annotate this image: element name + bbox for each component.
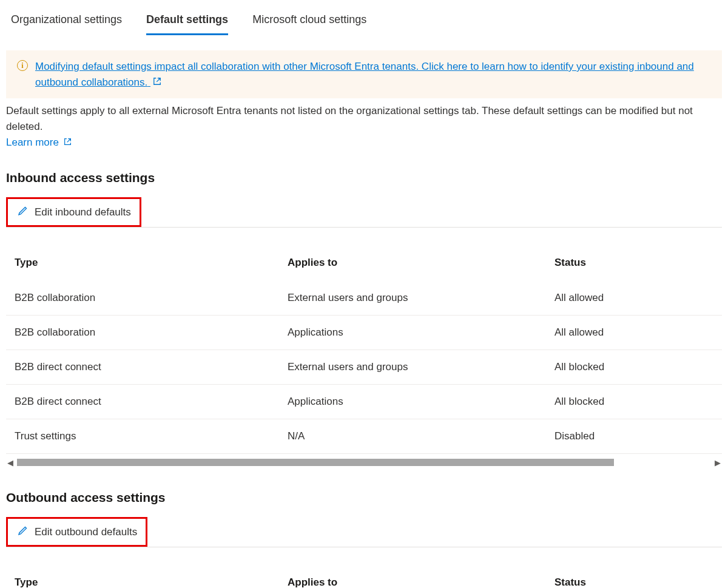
- table-row: Trust settings N/A Disabled: [6, 419, 722, 454]
- horizontal-scrollbar[interactable]: ◀ ▶: [6, 456, 722, 468]
- edit-inbound-defaults-button[interactable]: Edit inbound defaults: [6, 197, 141, 227]
- cell-applies: Applications: [288, 326, 554, 339]
- cell-type: B2B collaboration: [15, 326, 288, 339]
- table-row: B2B direct connect External users and gr…: [6, 350, 722, 385]
- cell-applies: External users and groups: [288, 292, 554, 304]
- col-status[interactable]: Status: [554, 576, 713, 588]
- info-banner-text: Modifying default settings impact all co…: [35, 61, 694, 88]
- external-link-icon: [153, 76, 161, 89]
- col-applies[interactable]: Applies to: [288, 576, 554, 588]
- description-text: Default settings apply to all external M…: [6, 103, 722, 134]
- inbound-table: Type Applies to Status B2B collaboration…: [6, 245, 722, 454]
- external-link-icon: [64, 138, 72, 147]
- col-status[interactable]: Status: [554, 257, 713, 269]
- cell-status: All allowed: [554, 326, 713, 339]
- col-type[interactable]: Type: [15, 257, 288, 269]
- col-type[interactable]: Type: [15, 576, 288, 588]
- edit-outbound-defaults-button[interactable]: Edit outbound defaults: [6, 517, 147, 547]
- inbound-table-header: Type Applies to Status: [6, 245, 722, 281]
- outbound-table-header: Type Applies to Status: [6, 564, 722, 588]
- scroll-track[interactable]: [17, 459, 711, 466]
- tabs-bar: Organizational settings Default settings…: [6, 6, 722, 36]
- scroll-thumb[interactable]: [17, 459, 614, 466]
- tab-microsoft-cloud-settings[interactable]: Microsoft cloud settings: [252, 13, 366, 35]
- tab-default-settings[interactable]: Default settings: [146, 13, 228, 35]
- edit-outbound-label: Edit outbound defaults: [35, 526, 137, 538]
- edit-inbound-label: Edit inbound defaults: [35, 206, 131, 218]
- cell-status: All blocked: [554, 361, 713, 373]
- outbound-table: Type Applies to Status: [6, 564, 722, 588]
- info-banner: i Modifying default settings impact all …: [6, 50, 722, 98]
- cell-status: All blocked: [554, 396, 713, 408]
- learn-more-label: Learn more: [6, 137, 59, 149]
- cell-type: B2B collaboration: [15, 292, 288, 304]
- tab-organizational-settings[interactable]: Organizational settings: [11, 13, 122, 35]
- table-row: B2B collaboration External users and gro…: [6, 281, 722, 316]
- info-icon: i: [17, 60, 28, 71]
- cell-status: Disabled: [554, 430, 713, 442]
- cell-type: Trust settings: [15, 430, 288, 442]
- table-row: B2B direct connect Applications All bloc…: [6, 385, 722, 419]
- cell-status: All allowed: [554, 292, 713, 304]
- pencil-icon: [16, 205, 29, 219]
- cell-type: B2B direct connect: [15, 361, 288, 373]
- cell-applies: N/A: [288, 430, 554, 442]
- cell-type: B2B direct connect: [15, 396, 288, 408]
- table-row: B2B collaboration Applications All allow…: [6, 316, 722, 350]
- col-applies[interactable]: Applies to: [288, 257, 554, 269]
- scroll-left-icon[interactable]: ◀: [6, 458, 15, 467]
- pencil-icon: [16, 525, 29, 539]
- outbound-heading: Outbound access settings: [6, 490, 722, 505]
- divider: [6, 227, 722, 228]
- cell-applies: Applications: [288, 396, 554, 408]
- scroll-right-icon[interactable]: ▶: [713, 458, 722, 467]
- learn-more-link[interactable]: Learn more: [6, 137, 72, 149]
- inbound-heading: Inbound access settings: [6, 171, 722, 185]
- divider: [6, 547, 722, 547]
- info-banner-link[interactable]: Modifying default settings impact all co…: [35, 61, 694, 88]
- cell-applies: External users and groups: [288, 361, 554, 373]
